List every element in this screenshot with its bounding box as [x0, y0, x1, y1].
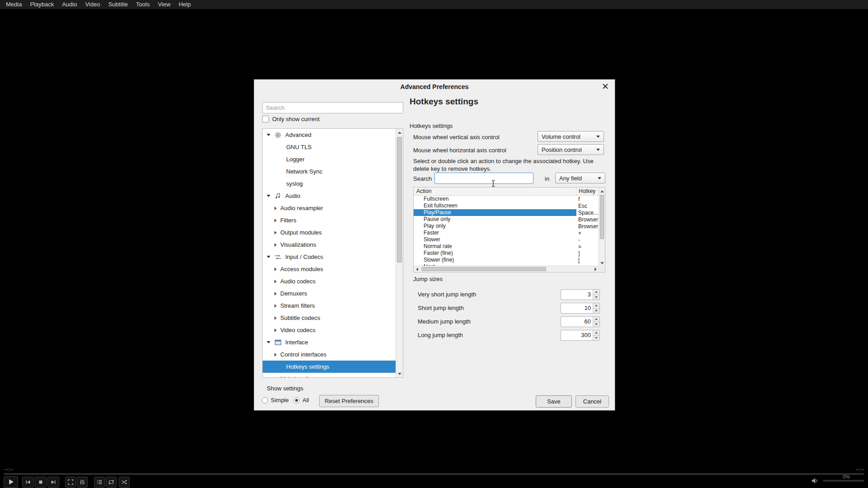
collapsed-arrow-icon[interactable]	[274, 377, 277, 378]
collapsed-arrow-icon[interactable]	[274, 206, 277, 210]
collapsed-arrow-icon[interactable]	[274, 353, 277, 357]
mouse-wheel-vertical-select[interactable]: Volume control	[538, 131, 604, 142]
long-jump-length-spinner[interactable]: 300	[561, 330, 600, 341]
tree-section-audio[interactable]: Audio	[263, 190, 396, 202]
radio-simple[interactable]: Simple	[262, 397, 289, 404]
loop-button[interactable]	[106, 477, 117, 488]
spinner-up-button[interactable]	[593, 303, 599, 309]
radio-all-circle[interactable]	[293, 397, 300, 404]
volume-slider[interactable]	[823, 480, 864, 482]
spinner-up-button[interactable]	[593, 317, 599, 322]
spinner-down-button[interactable]	[593, 295, 599, 300]
spinner-up-button[interactable]	[593, 330, 599, 336]
tree-item-network-sync[interactable]: Network Sync	[263, 165, 396, 178]
expanded-arrow-icon[interactable]	[267, 195, 270, 197]
spinner-down-button[interactable]	[593, 336, 599, 341]
menubar-item-help[interactable]: Help	[175, 0, 195, 9]
expanded-arrow-icon[interactable]	[267, 341, 270, 343]
tree-section-input-codecs[interactable]: Input / Codecs	[263, 251, 396, 263]
menubar-item-tools[interactable]: Tools	[132, 0, 154, 9]
hotkey-row-faster[interactable]: Faster+	[414, 230, 599, 236]
spinner-value[interactable]: 300	[561, 330, 593, 340]
menubar-item-subtitle[interactable]: Subtitle	[104, 0, 132, 9]
action-column-header[interactable]: Action	[414, 188, 576, 195]
close-button[interactable]	[601, 82, 609, 90]
tree-item-gnu-tls[interactable]: GNU TLS	[263, 141, 396, 153]
radio-simple-circle[interactable]	[262, 397, 268, 404]
expanded-arrow-icon[interactable]	[267, 256, 270, 258]
next-button[interactable]	[47, 477, 59, 488]
short-jump-length-spinner[interactable]: 10	[561, 303, 600, 314]
collapsed-arrow-icon[interactable]	[274, 219, 277, 222]
seek-slider[interactable]	[4, 473, 864, 475]
collapsed-arrow-icon[interactable]	[274, 292, 277, 296]
playlist-button[interactable]	[94, 477, 105, 488]
tree-section-advanced[interactable]: Advanced	[263, 129, 396, 141]
collapsed-arrow-icon[interactable]	[274, 328, 277, 332]
scroll-right-button[interactable]	[592, 266, 599, 272]
scroll-up-button[interactable]	[396, 129, 403, 136]
spinner-value[interactable]: 60	[561, 317, 593, 327]
hotkey-row-fullscreen[interactable]: Fullscreenf	[414, 196, 599, 202]
hotkey-row-play-only[interactable]: Play onlyBrowser	[414, 223, 599, 230]
medium-jump-length-spinner[interactable]: 60	[561, 316, 600, 327]
speaker-icon[interactable]	[811, 477, 819, 485]
scroll-up-button[interactable]	[599, 188, 605, 195]
table-scrollbar-thumb[interactable]	[600, 195, 604, 239]
preferences-search-input[interactable]	[262, 102, 403, 113]
menubar-item-view[interactable]: View	[154, 0, 175, 9]
tree-item-control-interfaces[interactable]: Control interfaces	[263, 348, 396, 361]
hotkey-search-input[interactable]	[434, 173, 533, 184]
spinner-up-button[interactable]	[593, 290, 599, 295]
menubar-item-playback[interactable]: Playback	[26, 0, 58, 9]
table-scrollbar-horizontal[interactable]	[414, 266, 599, 272]
tree-item-visualizations[interactable]: Visualizations	[263, 239, 396, 251]
hotkey-column-header[interactable]: Hotkey	[576, 188, 599, 195]
tree-item-output-modules[interactable]: Output modules	[263, 226, 396, 239]
tree-item-access-modules[interactable]: Access modules	[263, 263, 396, 275]
play-button[interactable]	[4, 476, 18, 488]
search-field-select[interactable]: Any field	[555, 173, 605, 183]
tree-item-subtitle-codecs[interactable]: Subtitle codecs	[263, 312, 396, 324]
tree-section-interface[interactable]: Interface	[263, 336, 396, 348]
spinner-down-button[interactable]	[593, 322, 599, 327]
hotkey-row-play-pause[interactable]: Play/PauseSpace...	[414, 209, 599, 216]
collapsed-arrow-icon[interactable]	[274, 316, 277, 320]
tree-scrollbar[interactable]	[396, 129, 403, 377]
tree-item-main-interfaces[interactable]: Main interfaces	[263, 373, 396, 377]
hotkey-row-faster-fine[interactable]: Faster (fine)]	[414, 250, 599, 257]
mouse-wheel-horizontal-select[interactable]: Position control	[538, 144, 604, 155]
spinner-down-button[interactable]	[593, 309, 599, 314]
tree-item-hotkeys-settings[interactable]: Hotkeys settings	[263, 361, 396, 373]
tree-item-audio-resampler[interactable]: Audio resampler	[263, 202, 396, 214]
table-scrollbar-vertical[interactable]	[599, 188, 605, 267]
spinner-value[interactable]: 10	[561, 303, 593, 313]
scroll-down-button[interactable]	[396, 370, 403, 377]
hotkey-row-exit-fullscreen[interactable]: Exit fullscreenEsc	[414, 202, 599, 209]
tree-item-video-codecs[interactable]: Video codecs	[263, 324, 396, 336]
cancel-button[interactable]: Cancel	[576, 395, 609, 408]
hotkey-row-slower[interactable]: Slower-	[414, 236, 599, 243]
expanded-arrow-icon[interactable]	[267, 134, 270, 136]
tree-item-audio-codecs[interactable]: Audio codecs	[263, 275, 396, 287]
collapsed-arrow-icon[interactable]	[274, 243, 277, 247]
tree-item-filters[interactable]: Filters	[263, 214, 396, 226]
table-hscrollbar-thumb[interactable]	[421, 267, 546, 271]
tree-item-logger[interactable]: Logger	[263, 153, 396, 165]
hotkey-row-normal-rate[interactable]: Normal rate=	[414, 243, 599, 250]
collapsed-arrow-icon[interactable]	[274, 304, 277, 308]
tree-item-demuxers[interactable]: Demuxers	[263, 287, 396, 300]
previous-button[interactable]	[22, 477, 34, 488]
save-button[interactable]: Save	[536, 395, 572, 408]
fullscreen-button[interactable]	[65, 477, 76, 488]
tree-item-syslog[interactable]: syslog	[263, 178, 396, 190]
collapsed-arrow-icon[interactable]	[274, 267, 277, 271]
stop-button[interactable]	[35, 477, 47, 488]
radio-all[interactable]: All	[293, 397, 309, 404]
hotkey-row-slower-fine[interactable]: Slower (fine)[	[414, 257, 599, 263]
menubar-item-video[interactable]: Video	[81, 0, 104, 9]
extended-settings-button[interactable]	[77, 477, 88, 488]
spinner-value[interactable]: 3	[561, 290, 593, 300]
only-show-current-checkbox[interactable]	[262, 116, 269, 122]
scroll-left-button[interactable]	[414, 266, 420, 272]
